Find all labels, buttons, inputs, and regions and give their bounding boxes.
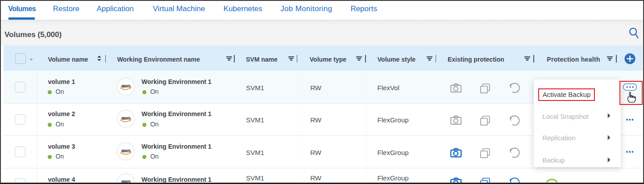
svg-text:aws: aws [121,179,131,184]
svg-text:aws: aws [121,147,131,153]
svg-text:aws: aws [121,83,131,88]
svg-text:aws: aws [121,115,131,121]
